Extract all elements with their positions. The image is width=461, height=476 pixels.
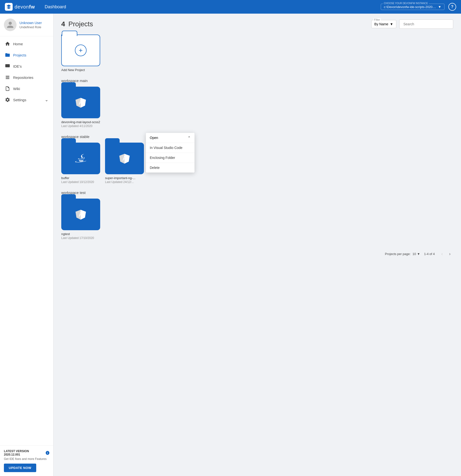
content-header: 4 Projects Filter By Name ▼ — [61, 19, 453, 29]
project-folder-ngtest — [61, 199, 100, 230]
project-name-ngtest: ngtest — [61, 232, 100, 236]
sidebar-footer: LATEST VERSION 2020.12.001 i Get IDE fix… — [0, 445, 53, 476]
help-button[interactable]: ? — [448, 3, 456, 11]
instance-value: c:\Devon\devonfw-ide-scripts-2020.... — [384, 5, 436, 9]
sidebar-item-home-label: Home — [13, 42, 48, 46]
filter-by-name-value: By Name — [374, 22, 389, 26]
add-project-label: Add New Project — [61, 68, 100, 72]
project-date-devon4ng: Last Updated 4/11/2020 — [61, 124, 100, 128]
project-name-devon4ng: devon4ng-mat-layout-scss2 — [61, 120, 100, 124]
logo-icon — [5, 3, 13, 11]
user-name: Unknown User — [19, 21, 42, 25]
java-icon — [75, 152, 87, 165]
project-name-buffer: buffer — [61, 176, 100, 180]
sidebar-item-wiki[interactable]: Wiki — [0, 83, 53, 94]
workspace-stable-section: workspace stable — [61, 135, 453, 184]
header-title: Dashboard — [45, 4, 381, 9]
project-date-ngtest: Last Updated 17/10/2020 — [61, 236, 100, 240]
workspace-stable-grid: buffer Last Updated 10/12/2020 super-imp… — [61, 143, 453, 184]
svg-marker-0 — [7, 5, 11, 7]
workspace-test-title: workspace test — [61, 191, 453, 195]
sidebar-item-ides[interactable]: IDE's — [0, 61, 53, 72]
add-project-card[interactable]: + Add New Project — [61, 35, 100, 72]
filter-dropdown-arrow-icon: ▼ — [390, 22, 393, 26]
sidebar-item-projects-label: Projects — [13, 53, 48, 57]
project-folder-super-important — [105, 143, 144, 174]
sidebar-item-projects[interactable]: Projects — [0, 49, 53, 61]
sidebar-item-home[interactable]: Home — [0, 38, 53, 49]
page-title: 4 Projects — [61, 20, 93, 28]
user-section: Unknown User Undefined Role — [0, 14, 53, 36]
info-badge: i — [46, 451, 49, 455]
app-header: devonfw Dashboard CHOOSE YOUR DEVONFW IN… — [0, 0, 461, 14]
sidebar-item-repositories-label: Repositories — [13, 75, 48, 80]
sidebar-item-ides-label: IDE's — [13, 64, 48, 68]
per-page: Projects per page: 10 ▼ — [385, 252, 420, 256]
project-card-buffer[interactable]: buffer Last Updated 10/12/2020 — [61, 143, 100, 184]
add-project-grid: + Add New Project — [61, 35, 453, 72]
update-now-button[interactable]: UPDATE NOW — [4, 464, 36, 472]
per-page-dropdown-icon: ▼ — [417, 252, 420, 256]
project-date-buffer: Last Updated 10/12/2020 — [61, 180, 100, 184]
user-role: Undefined Role — [19, 25, 42, 29]
project-name-super-important: super-important-ng-... — [105, 176, 144, 180]
add-project-folder: + — [61, 35, 100, 66]
prev-page-button[interactable]: ‹ — [439, 250, 445, 257]
context-menu-vscode[interactable]: In Visual Studio Code — [146, 143, 195, 153]
sidebar-item-wiki-label: Wiki — [13, 87, 48, 91]
context-menu-enclosing[interactable]: Enclosing Folder — [146, 153, 195, 163]
project-folder-buffer — [61, 143, 100, 174]
project-folder-devon4ng — [61, 87, 100, 118]
content-area: 4 Projects Filter By Name ▼ + Add N — [53, 14, 461, 476]
dropdown-arrow-icon: ▼ — [438, 5, 441, 9]
version-desc: Get IDE fixes and more Features — [4, 457, 49, 461]
instance-selector[interactable]: CHOOSE YOUR DEVONFW INSTANCE c:\Devon\de… — [381, 4, 444, 10]
project-card-devon4ng[interactable]: devon4ng-mat-layout-scss2 Last Updated 4… — [61, 87, 100, 128]
project-card-ngtest[interactable]: ngtest Last Updated 17/10/2020 — [61, 199, 100, 240]
version-label: LATEST VERSION 2020.12.001 i — [4, 449, 49, 456]
nav-items: Home Projects IDE's Repositories Wiki — [0, 36, 53, 107]
instance-selector-label: CHOOSE YOUR DEVONFW INSTANCE — [383, 2, 429, 5]
chevron-up-icon: ⌃ — [188, 136, 191, 140]
workspace-main-title: workspace main — [61, 79, 453, 83]
pagination: Projects per page: 10 ▼ 1-4 of 4 ‹ › — [61, 247, 453, 261]
sidebar: Unknown User Undefined Role Home Project… — [0, 14, 53, 476]
workspace-stable-title: workspace stable — [61, 135, 453, 139]
project-card-super-important[interactable]: super-important-ng-... Last Updated 24/1… — [105, 143, 144, 184]
main-layout: Unknown User Undefined Role Home Project… — [0, 14, 461, 476]
search-container — [399, 19, 453, 29]
context-menu-open[interactable]: Open ⌃ — [146, 133, 195, 143]
logo: devonfw — [5, 3, 35, 11]
sidebar-item-settings-label: Settings — [13, 98, 42, 102]
sidebar-item-repositories[interactable]: Repositories — [0, 72, 53, 83]
filter-dropdown[interactable]: Filter By Name ▼ — [371, 20, 396, 28]
filter-label: Filter — [373, 18, 381, 21]
workspace-test-grid: ngtest Last Updated 17/10/2020 — [61, 199, 453, 240]
per-page-label: Projects per page: — [385, 252, 411, 256]
workspace-test-section: workspace test ngtest Last Updated 17/10… — [61, 191, 453, 240]
add-project-icon: + — [75, 45, 87, 56]
workspace-main-grid: devon4ng-mat-layout-scss2 Last Updated 4… — [61, 87, 453, 128]
context-menu-delete[interactable]: Delete — [146, 163, 195, 173]
per-page-select[interactable]: 10 ▼ — [413, 252, 420, 256]
sidebar-item-settings[interactable]: Settings ⌄ — [0, 94, 53, 105]
project-date-super-important: Last Updated 24/12/... — [105, 180, 144, 184]
user-info: Unknown User Undefined Role — [19, 21, 42, 29]
svg-rect-1 — [5, 64, 10, 67]
page-nav: ‹ › — [439, 250, 453, 257]
next-page-button[interactable]: › — [446, 250, 453, 257]
filter-section: Filter By Name ▼ — [371, 19, 453, 29]
page-range: 1-4 of 4 — [424, 252, 435, 256]
settings-expand-icon: ⌄ — [45, 97, 48, 102]
avatar — [4, 18, 17, 31]
context-menu-open-label: Open — [150, 136, 158, 140]
logo-text: devonfw — [15, 4, 35, 10]
search-input[interactable] — [399, 20, 453, 28]
context-menu: Open ⌃ In Visual Studio Code Enclosing F… — [146, 133, 195, 173]
workspace-main-section: workspace main devon4ng-mat-layout-scss2… — [61, 79, 453, 128]
